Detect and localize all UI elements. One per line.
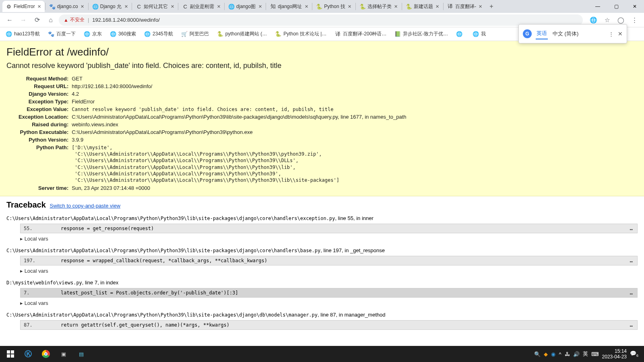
- tab-close-icon[interactable]: ✕: [123, 4, 129, 9]
- line-number: 197.: [21, 258, 61, 263]
- tray-search-icon[interactable]: 🔍: [534, 351, 541, 357]
- code-context[interactable]: 87. return getattr(self.get_queryset(), …: [20, 320, 638, 330]
- back-button[interactable]: ←: [4, 14, 15, 26]
- taskbar-app-window[interactable]: ▤: [72, 346, 90, 362]
- browser-tab[interactable]: 🌐Django 允✕: [89, 1, 131, 12]
- tab-title: Python 技: [324, 3, 345, 10]
- browser-tab[interactable]: ⚙FieldError✕: [2, 1, 45, 12]
- taskbar-app-terminal[interactable]: ▣: [55, 346, 72, 362]
- tab-close-icon[interactable]: ✕: [37, 4, 42, 9]
- tab-favicon-icon: 🐍: [406, 3, 412, 10]
- tray-notification-icon[interactable]: 💬6: [630, 350, 638, 358]
- browser-tab[interactable]: 🐍新建话题✕: [402, 1, 443, 12]
- system-tray: 🔍 ◆ ◉ ^ 🖧 🔊 英 ⌨ 15:14 2023-04-23 💬6: [534, 348, 642, 360]
- meta-value: http://192.168.1.240:8000/wedinfo/: [72, 82, 406, 90]
- taskbar-app-k[interactable]: Ⓚ: [19, 346, 37, 362]
- tab-favicon-icon: C: [182, 3, 188, 10]
- meta-value: Cannot resolve keyword 'publish_date' in…: [72, 105, 406, 113]
- maximize-button[interactable]: ▢: [607, 0, 625, 13]
- bookmark-favicon-icon: 📗: [394, 31, 401, 37]
- expand-context-icon[interactable]: …: [630, 258, 637, 263]
- bookmark-item[interactable]: 🛒阿里巴巴: [178, 29, 212, 39]
- expand-context-icon[interactable]: …: [630, 322, 637, 328]
- code-context[interactable]: 197. response = wrapped_callback(request…: [20, 256, 638, 265]
- code-context[interactable]: 55. response = get_response(request)…: [20, 224, 638, 233]
- tray-volume-icon[interactable]: 🔊: [573, 351, 580, 357]
- bookmark-item[interactable]: 🐍Python 技术论坛 |…: [272, 29, 330, 39]
- local-vars-toggle[interactable]: Local vars: [20, 236, 638, 242]
- tab-title: 选择帖子类: [367, 3, 392, 10]
- frame-location: C:\Users\Administrator\AppData\Local\Pro…: [6, 215, 638, 221]
- tray-chevron-up-icon[interactable]: ^: [559, 351, 561, 357]
- meta-label: Raised during:: [19, 121, 72, 128]
- tray-network-icon[interactable]: 🖧: [565, 351, 570, 357]
- tab-close-icon[interactable]: ✕: [169, 4, 175, 9]
- bookmark-item[interactable]: 🌐京东: [80, 29, 105, 39]
- browser-tab[interactable]: 🐾django.co✕: [46, 1, 88, 12]
- bookmark-item[interactable]: 🌐: [453, 29, 468, 39]
- chrome-menu-icon[interactable]: ⋮: [629, 14, 640, 26]
- translate-lang-chinese[interactable]: 中文 (简体): [552, 29, 579, 39]
- taskbar-app-chrome[interactable]: [37, 346, 55, 362]
- taskbar-clock[interactable]: 15:14 2023-04-23: [602, 348, 627, 360]
- tray-ime-indicator[interactable]: 英: [583, 350, 588, 358]
- tray-icon-2[interactable]: ◉: [551, 351, 555, 357]
- line-number: 7.: [21, 290, 61, 296]
- expand-context-icon[interactable]: …: [630, 226, 637, 231]
- browser-tab[interactable]: C如何让其它✕: [132, 1, 178, 12]
- expand-context-icon[interactable]: …: [630, 290, 637, 296]
- minimize-button[interactable]: —: [588, 0, 607, 13]
- bookmark-item[interactable]: 🌐360搜索: [107, 29, 139, 39]
- bookmark-item[interactable]: 🌐hao123导航: [2, 29, 43, 39]
- tab-favicon-icon: ⚙: [6, 3, 12, 10]
- bookmark-item[interactable]: 🌐我: [469, 29, 489, 39]
- code-text: response = wrapped_callback(request, *ca…: [61, 258, 630, 263]
- bookmark-item[interactable]: 译百度翻译-200种语…: [331, 29, 390, 39]
- meta-value: 4.2: [72, 90, 406, 98]
- local-vars-toggle[interactable]: Local vars: [20, 300, 638, 306]
- new-tab-button[interactable]: +: [486, 1, 497, 12]
- meta-label: Exception Type:: [19, 98, 72, 105]
- bookmark-item[interactable]: 📗异步社区-致力于优…: [391, 29, 451, 39]
- code-context[interactable]: 7. latest_post_list = Post.objects.order…: [20, 288, 638, 298]
- tab-close-icon[interactable]: ✕: [80, 4, 85, 9]
- switch-view-link[interactable]: Switch to copy-and-paste view: [50, 203, 120, 209]
- meta-label: Python Executable:: [19, 128, 72, 136]
- traceback-frame: C:\Users\Administrator\AppData\Local\Pro…: [6, 312, 638, 330]
- tab-close-icon[interactable]: ✕: [393, 4, 399, 9]
- translate-close-icon[interactable]: ✕: [618, 31, 623, 37]
- translate-menu-icon[interactable]: ⋮: [609, 31, 614, 37]
- tab-close-icon[interactable]: ✕: [216, 4, 221, 9]
- home-button[interactable]: ⌂: [45, 14, 56, 26]
- tab-title: Django 允: [100, 3, 122, 10]
- bookmark-item[interactable]: 🌐2345导航: [141, 29, 176, 39]
- browser-tab[interactable]: C副业是刚需✕: [179, 1, 224, 12]
- browser-tab[interactable]: 🐍选择帖子类✕: [356, 1, 401, 12]
- traceback-frame: C:\Users\Administrator\AppData\Local\Pro…: [6, 247, 638, 274]
- tab-title: 百度翻译-: [455, 3, 476, 10]
- meta-value: 3.9.9: [72, 136, 406, 144]
- start-button[interactable]: [2, 346, 19, 362]
- browser-tab[interactable]: 🐍Python 技✕: [313, 1, 355, 12]
- local-vars-toggle[interactable]: Local vars: [20, 268, 638, 274]
- tray-ime-icon[interactable]: ⌨: [591, 351, 599, 357]
- tab-close-icon[interactable]: ✕: [257, 4, 263, 9]
- meta-label: Django Version:: [19, 90, 72, 98]
- tab-close-icon[interactable]: ✕: [303, 4, 309, 9]
- bookmark-item[interactable]: 🐾百度一下: [45, 29, 79, 39]
- browser-tab[interactable]: 🌐django图✕: [225, 1, 265, 12]
- bookmark-favicon-icon: 🐍: [275, 31, 281, 37]
- tab-favicon-icon: 🐾: [49, 3, 56, 10]
- browser-tab[interactable]: 知django网址✕: [266, 1, 312, 12]
- close-window-button[interactable]: ✕: [625, 0, 644, 13]
- tab-close-icon[interactable]: ✕: [347, 4, 353, 9]
- tab-close-icon[interactable]: ✕: [435, 4, 440, 9]
- address-input[interactable]: ▲ 不安全 | 192.168.1.240:8000/wedinfo/: [59, 14, 583, 26]
- bookmark-item[interactable]: 🐍python搭建网站 (…: [214, 29, 270, 39]
- translate-lang-english[interactable]: 英语: [536, 28, 548, 39]
- browser-tab[interactable]: 译百度翻译-✕: [444, 1, 486, 12]
- tab-close-icon[interactable]: ✕: [478, 4, 483, 9]
- tray-icon-1[interactable]: ◆: [544, 351, 548, 357]
- forward-button[interactable]: →: [18, 14, 29, 26]
- reload-button[interactable]: ⟳: [31, 14, 43, 26]
